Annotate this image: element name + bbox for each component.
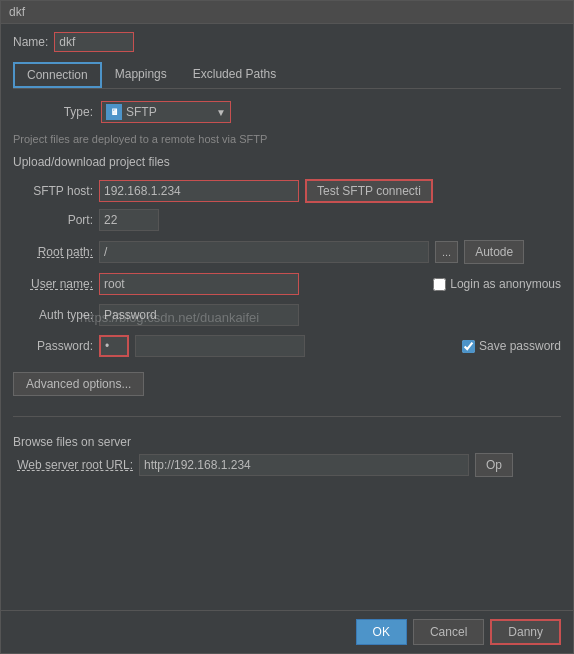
divider	[13, 416, 561, 417]
sftp-host-label: SFTP host:	[13, 184, 93, 198]
username-input[interactable]	[99, 273, 299, 295]
auth-type-input[interactable]	[99, 304, 299, 326]
root-path-row: Root path: ... Autode	[13, 240, 561, 264]
username-row: User name: Login as anonymous	[13, 273, 561, 295]
type-row: Type: 🖥 SFTP ▼	[13, 101, 561, 123]
danny-button[interactable]: Danny	[490, 619, 561, 645]
browse-header: Browse files on server	[13, 435, 561, 449]
tab-excluded-paths[interactable]: Excluded Paths	[180, 62, 289, 88]
save-password-label: Save password	[479, 339, 561, 353]
bottom-bar: OK Cancel Danny	[1, 610, 573, 653]
type-value: SFTP	[126, 105, 212, 119]
sftp-icon: 🖥	[106, 104, 122, 120]
advanced-options-area: Advanced options...	[13, 366, 561, 402]
dialog-title: dkf	[9, 5, 25, 19]
sftp-host-input[interactable]	[99, 180, 299, 202]
port-row: Port:	[13, 209, 561, 231]
root-path-input[interactable]	[99, 241, 429, 263]
sftp-hint: Project files are deployed to a remote h…	[13, 133, 561, 145]
upload-header: Upload/download project files	[13, 155, 561, 169]
password-label: Password:	[13, 339, 93, 353]
port-input[interactable]	[99, 209, 159, 231]
tab-connection[interactable]: Connection	[13, 62, 102, 88]
root-path-label: Root path:	[13, 245, 93, 259]
login-anonymous-row: Login as anonymous	[433, 277, 561, 291]
main-content: Name: Connection Mappings Excluded Paths…	[1, 24, 573, 610]
save-password-checkbox[interactable]	[462, 340, 475, 353]
test-sftp-button[interactable]: Test SFTP connecti	[305, 179, 433, 203]
sftp-host-row: SFTP host: Test SFTP connecti	[13, 179, 561, 203]
name-row: Name:	[13, 32, 561, 52]
username-label: User name:	[13, 277, 93, 291]
browse-button[interactable]: ...	[435, 241, 458, 263]
type-select[interactable]: 🖥 SFTP ▼	[101, 101, 231, 123]
dropdown-arrow-icon: ▼	[216, 107, 226, 118]
title-bar: dkf	[1, 1, 573, 24]
tab-mappings[interactable]: Mappings	[102, 62, 180, 88]
password-rest-input[interactable]	[135, 335, 305, 357]
open-button[interactable]: Op	[475, 453, 513, 477]
tabs-bar: Connection Mappings Excluded Paths	[13, 62, 561, 89]
login-anonymous-checkbox[interactable]	[433, 278, 446, 291]
autodetect-button[interactable]: Autode	[464, 240, 524, 264]
advanced-options-button[interactable]: Advanced options...	[13, 372, 144, 396]
auth-type-row: Auth type:	[13, 304, 561, 326]
password-row: Password: Save password	[13, 335, 561, 357]
web-root-row: Web server root URL: Op	[13, 453, 561, 477]
login-anonymous-label: Login as anonymous	[450, 277, 561, 291]
save-password-row: Save password	[462, 339, 561, 353]
dialog: dkf Name: Connection Mappings Excluded P…	[0, 0, 574, 654]
name-input[interactable]	[54, 32, 134, 52]
password-hidden-input[interactable]	[99, 335, 129, 357]
ok-button[interactable]: OK	[356, 619, 407, 645]
browse-section: Browse files on server Web server root U…	[13, 435, 561, 480]
web-root-label: Web server root URL:	[13, 458, 133, 472]
type-label: Type:	[13, 105, 93, 119]
name-label: Name:	[13, 35, 48, 49]
port-label: Port:	[13, 213, 93, 227]
web-root-input[interactable]	[139, 454, 469, 476]
cancel-button[interactable]: Cancel	[413, 619, 484, 645]
auth-type-label: Auth type:	[13, 308, 93, 322]
